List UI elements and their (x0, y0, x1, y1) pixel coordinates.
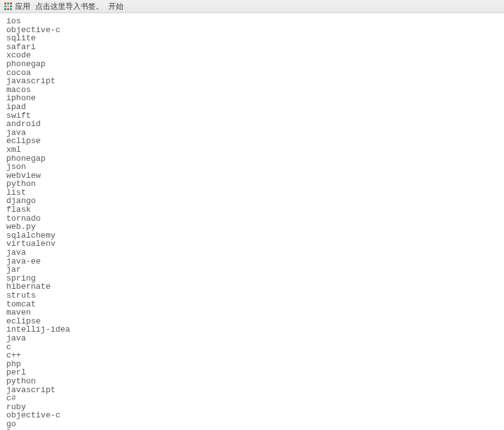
tag-item: python (6, 377, 498, 386)
import-bookmarks-label: 点击这里导入书签。 (35, 1, 103, 12)
tag-item: objective-c (6, 26, 498, 35)
svg-rect-5 (10, 6, 12, 8)
svg-rect-2 (10, 3, 12, 4)
tag-item: cocoa (6, 69, 498, 78)
tag-item: json (6, 163, 498, 171)
tag-item: objective-c (6, 411, 498, 420)
tag-item: tornado (6, 214, 498, 223)
tag-item: ios (6, 17, 498, 26)
tag-item: jar (6, 265, 498, 274)
import-bookmarks-link[interactable]: 点击这里导入书签。 (35, 1, 103, 12)
tag-item: java (6, 248, 498, 257)
tag-item: sqlite (6, 34, 498, 43)
tag-item: java (6, 334, 498, 343)
apps-button[interactable]: 应用 (4, 1, 30, 12)
tag-item: swift (6, 112, 498, 120)
tag-item: php (6, 360, 498, 369)
svg-rect-6 (4, 8, 6, 10)
tag-item: java (6, 129, 498, 137)
tag-item: ipad (6, 103, 498, 112)
page-content: iosobjective-csqlitesafarixcodephonegapc… (0, 13, 504, 430)
tag-item: python (6, 180, 498, 189)
tag-item: intellij-idea (6, 325, 498, 334)
tag-item: phonegap (6, 60, 498, 69)
tag-item: webview (6, 171, 498, 180)
start-label: 开始 (108, 1, 123, 12)
tag-item: spring (6, 274, 498, 283)
tag-item: xcode (6, 51, 498, 60)
tag-item: java-ee (6, 257, 498, 266)
start-link[interactable]: 开始 (108, 1, 123, 12)
tag-item: javascript (6, 386, 498, 395)
tag-item: tomcat (6, 300, 498, 309)
tag-item: xml (6, 146, 498, 154)
tag-item: struts (6, 291, 498, 300)
tag-item: c (6, 343, 498, 352)
tag-item: eclipse (6, 317, 498, 326)
svg-rect-4 (8, 6, 9, 8)
tag-item: list (6, 189, 498, 197)
tag-item: web.py (6, 223, 498, 231)
apps-label: 应用 (15, 1, 30, 12)
tag-item: django (6, 197, 498, 206)
tag-item: android (6, 120, 498, 129)
tag-item: phonegap (6, 154, 498, 163)
tag-item: flask (6, 206, 498, 214)
tag-item: javascript (6, 77, 498, 86)
tag-item: safari (6, 43, 498, 52)
svg-rect-3 (4, 6, 6, 8)
tag-item: ruby (6, 403, 498, 412)
bookmark-bar: 应用 点击这里导入书签。 开始 (0, 0, 504, 13)
tag-item: virtualenv (6, 240, 498, 248)
tag-item: go (6, 420, 498, 429)
tag-item: iphone (6, 94, 498, 103)
svg-rect-7 (8, 8, 9, 10)
apps-grid-icon (4, 2, 13, 11)
svg-rect-8 (10, 8, 12, 10)
svg-rect-1 (8, 3, 9, 4)
tag-item: maven (6, 308, 498, 317)
tag-item: sqlalchemy (6, 231, 498, 240)
tag-item: hibernate (6, 282, 498, 291)
tag-item: perl (6, 368, 498, 377)
tag-item: macos (6, 86, 498, 95)
svg-rect-0 (4, 3, 6, 4)
tag-item: c# (6, 394, 498, 403)
tag-item: eclipse (6, 137, 498, 146)
tag-item: c++ (6, 351, 498, 360)
